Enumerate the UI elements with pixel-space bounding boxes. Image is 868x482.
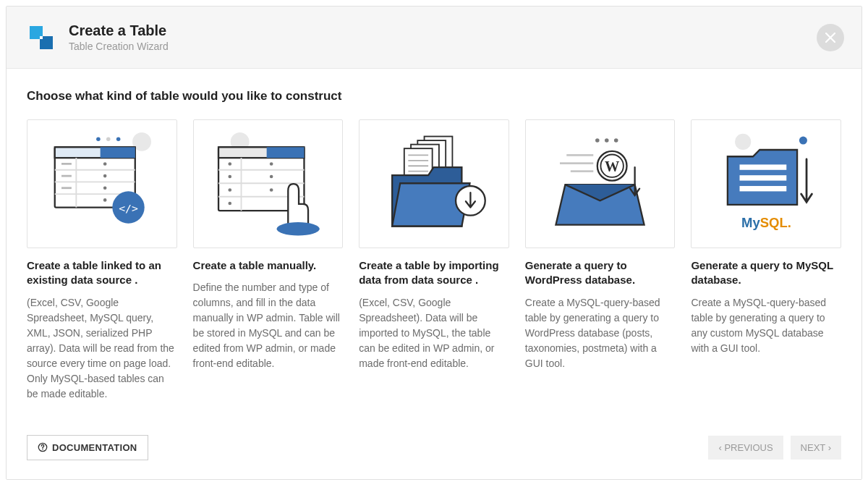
option-title: Create a table linked to an existing dat… xyxy=(27,258,177,288)
documentation-button[interactable]: DOCUMENTATION xyxy=(27,435,148,460)
wizard-dialog: Create a Table Table Creation Wizard Cho… xyxy=(6,6,862,480)
svg-point-33 xyxy=(228,188,231,192)
svg-point-35 xyxy=(270,162,273,166)
wordpress-inbox-icon: W xyxy=(533,127,667,241)
mysql-my-text: My xyxy=(741,215,760,230)
option-wordpress-query-tile[interactable]: W xyxy=(525,119,676,248)
svg-point-18 xyxy=(103,174,107,178)
chevron-right-icon: › xyxy=(825,442,831,453)
dialog-footer: DOCUMENTATION ‹ PREVIOUS NEXT › xyxy=(7,422,861,479)
svg-point-57 xyxy=(735,134,751,150)
table-hand-icon xyxy=(201,127,335,241)
svg-point-49 xyxy=(605,138,609,143)
svg-point-32 xyxy=(228,175,231,179)
dialog-header: Create a Table Table Creation Wizard xyxy=(7,7,861,69)
option-desc: Create a MySQL-query-based table by gene… xyxy=(691,295,841,356)
svg-point-6 xyxy=(116,137,121,141)
svg-point-17 xyxy=(103,162,107,166)
option-desc: (Excel, CSV, Google Spreadsheet, MySQL q… xyxy=(27,295,177,402)
svg-text:W: W xyxy=(605,158,620,174)
svg-rect-60 xyxy=(739,175,786,180)
svg-point-20 xyxy=(103,198,107,202)
close-icon xyxy=(825,33,835,43)
svg-rect-2 xyxy=(40,36,43,39)
previous-button[interactable]: ‹ PREVIOUS xyxy=(708,436,783,460)
app-logo-icon xyxy=(27,23,56,52)
dialog-title: Create a Table xyxy=(69,22,169,39)
option-title: Create a table by importing data from da… xyxy=(359,258,509,288)
option-linked-source-tile[interactable]: </> xyxy=(27,119,177,248)
close-button[interactable] xyxy=(817,24,844,51)
next-button[interactable]: NEXT › xyxy=(791,436,841,460)
mysql-folder-icon: MySQL. xyxy=(699,127,833,241)
svg-rect-9 xyxy=(101,147,135,158)
svg-rect-61 xyxy=(739,186,786,191)
option-desc: (Excel, CSV, Google Spreadsheet). Data w… xyxy=(359,295,509,371)
svg-point-37 xyxy=(270,188,273,192)
option-title: Create a table manually. xyxy=(193,258,344,273)
option-manual: Create a table manually. Define the numb… xyxy=(193,119,344,402)
table-code-icon: </> xyxy=(35,127,169,241)
mysql-sql-text: SQL. xyxy=(760,215,791,230)
svg-text:MySQL.: MySQL. xyxy=(741,215,791,230)
svg-point-64 xyxy=(42,449,43,450)
option-title: Generate a query to WordPress database. xyxy=(525,258,676,288)
option-desc: Define the number and type of columns, a… xyxy=(193,280,344,371)
svg-point-36 xyxy=(270,175,273,179)
option-linked-source: </> Create a table linked to an existing… xyxy=(27,119,177,402)
svg-point-31 xyxy=(228,162,231,166)
svg-point-4 xyxy=(96,137,101,141)
svg-rect-59 xyxy=(739,164,786,169)
previous-label: PREVIOUS xyxy=(724,442,773,453)
option-wordpress-query: W Generate a query to WordPress database… xyxy=(525,119,676,402)
svg-point-48 xyxy=(595,138,600,143)
svg-point-5 xyxy=(106,137,111,141)
card-grid: </> Create a table linked to an existing… xyxy=(27,119,841,402)
option-mysql-query: MySQL. Generate a query to MySQL databas… xyxy=(691,119,841,402)
option-desc: Create a MySQL-query-based table by gene… xyxy=(525,295,676,371)
svg-text:</>: </> xyxy=(119,202,138,214)
option-manual-tile[interactable] xyxy=(193,119,344,248)
dialog-subtitle: Table Creation Wizard xyxy=(69,41,169,52)
svg-point-58 xyxy=(799,136,807,144)
svg-point-19 xyxy=(103,186,107,190)
next-label: NEXT xyxy=(801,442,825,453)
svg-point-34 xyxy=(228,202,231,206)
svg-point-38 xyxy=(276,222,319,236)
option-import: Create a table by importing data from da… xyxy=(359,119,509,402)
svg-point-50 xyxy=(614,138,618,143)
option-import-tile[interactable] xyxy=(359,119,509,248)
folder-import-icon xyxy=(367,127,501,241)
option-title: Generate a query to MySQL database. xyxy=(691,258,841,288)
svg-rect-26 xyxy=(267,147,305,158)
prompt-text: Choose what kind of table would you like… xyxy=(27,89,841,103)
option-mysql-query-tile[interactable]: MySQL. xyxy=(691,119,841,248)
help-icon xyxy=(38,442,48,452)
documentation-label: DOCUMENTATION xyxy=(52,442,137,453)
